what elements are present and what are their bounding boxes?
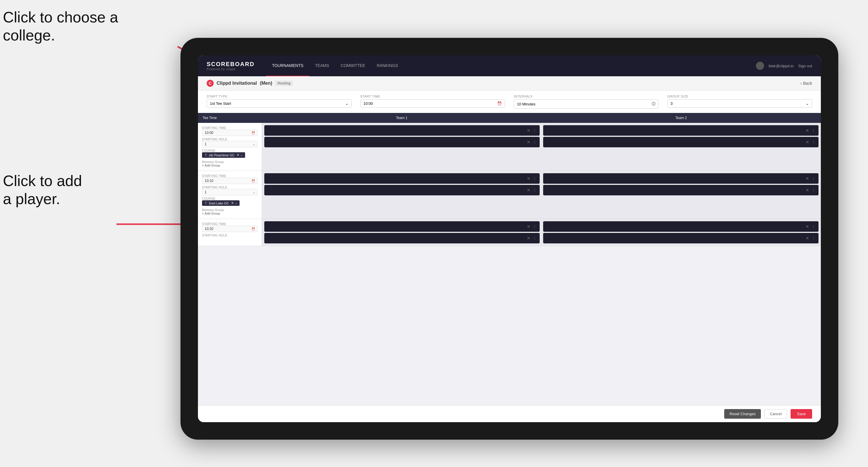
content-area[interactable]: STARTING TIME: 10:00 ⏰ STARTING HOLE: 1 … (198, 123, 821, 405)
course-badge-2[interactable]: 🏌 East Lake GC ✕ ⌄ (202, 200, 240, 206)
starting-hole-value-2[interactable]: 1 ⌄ (202, 189, 258, 195)
chevron-icon-2: ⌄ (253, 191, 255, 194)
clock-icon: ⏰ (497, 101, 502, 106)
slot-dots-icon-8[interactable]: ⋮ (811, 188, 816, 192)
team2-section-2: ✕ ⋮ ✕ ⋮ (543, 173, 818, 216)
group-2-left: STARTING TIME: 10:10 ⏰ STARTING HOLE: 1 … (198, 171, 262, 219)
starting-time-value-3[interactable]: 10:20 ⏰ (202, 226, 258, 232)
team2-section-3: ✕ ⋮ ✕ ⋮ (543, 221, 818, 243)
cancel-button[interactable]: Cancel (764, 409, 787, 419)
slot-x-icon-3[interactable]: ✕ (806, 128, 809, 133)
slot-x-icon[interactable]: ✕ (527, 128, 530, 133)
logo-area: SCOREBOARD Powered by clippd (207, 61, 254, 71)
slot-dots-icon-2[interactable]: ⋮ (533, 140, 537, 145)
add-group-2[interactable]: + Add Group (202, 212, 258, 215)
clock-icon-3: ⏰ (251, 227, 255, 230)
starting-hole-label-3: STARTING HOLE: (202, 234, 258, 237)
slot-x-icon-6[interactable]: ✕ (527, 188, 530, 192)
player-slot-2-1[interactable]: ✕ ⋮ (264, 173, 540, 184)
player-slot-2-4[interactable]: ✕ ⋮ (543, 185, 818, 195)
player-slot-1-4[interactable]: ✕ ⋮ (543, 137, 818, 147)
th-team2: Team 2 (541, 113, 821, 123)
starting-hole-value-1[interactable]: 1 ⌄ (202, 141, 258, 147)
bottom-bar: Reset Changes Cancel Save (198, 405, 821, 422)
nav-teams[interactable]: TEAMS (309, 55, 335, 76)
start-time-select[interactable]: 10:00 ⏰ (360, 99, 505, 108)
sign-out-link[interactable]: Sign out (798, 64, 812, 68)
reset-changes-button[interactable]: Reset Changes (724, 409, 761, 419)
annotation-1-line2: college. (3, 26, 118, 44)
slot-x-icon-2[interactable]: ✕ (527, 140, 530, 145)
user-email: blair@clippd.io (769, 64, 794, 68)
group-1-right: ✕ ⋮ ✕ ⋮ (262, 123, 821, 170)
player-slot-3-1[interactable]: ✕ ⋮ (264, 221, 540, 232)
slot-x-icon-5[interactable]: ✕ (527, 176, 530, 181)
slot-x-icon-10[interactable]: ✕ (527, 236, 530, 241)
info-icon: ⓘ (652, 101, 655, 106)
starting-time-value-1[interactable]: 10:00 ⏰ (202, 130, 258, 136)
team1-section-1: ✕ ⋮ ✕ ⋮ (264, 125, 540, 168)
hosting-badge: Hosting (275, 81, 293, 86)
tournament-title: C Clippd Invitational (Men) Hosting (207, 80, 293, 87)
slot-x-icon-8[interactable]: ✕ (806, 188, 809, 192)
slot-dots-icon-6[interactable]: ⋮ (533, 188, 537, 192)
intervals-group: Intervals 10 Minutes ⓘ (514, 95, 659, 108)
nav-committee[interactable]: COMMITTEE (335, 55, 371, 76)
group-3-left: STARTING TIME: 10:20 ⏰ STARTING HOLE: (198, 219, 262, 246)
course-badge-1[interactable]: 🏌 (A) Peachtree GC ✕ ⌄ (202, 152, 245, 158)
starting-time-value-2[interactable]: 10:10 ⏰ (202, 178, 258, 184)
close-icon-2[interactable]: ✕ (231, 201, 234, 205)
slot-x-icon-9[interactable]: ✕ (527, 224, 530, 229)
settings-row: Start Type 1st Tee Start ⌄ Start Time 10… (198, 91, 821, 113)
slot-dots-icon-11[interactable]: ⋮ (811, 224, 816, 229)
starting-time-label-3: STARTING TIME: (202, 222, 258, 226)
logo-subtitle: Powered by clippd (207, 67, 254, 71)
player-slot-1-3[interactable]: ✕ ⋮ (543, 125, 818, 136)
clock-icon-1: ⏰ (251, 131, 255, 134)
slot-dots-icon-9[interactable]: ⋮ (533, 224, 537, 229)
nav-tournaments[interactable]: TOURNAMENTS (266, 55, 309, 76)
starting-hole-label-1: STARTING HOLE: (202, 138, 258, 141)
add-group-1[interactable]: + Add Group (202, 164, 258, 167)
player-slot-2-3[interactable]: ✕ ⋮ (543, 173, 818, 184)
slot-x-icon-12[interactable]: ✕ (806, 236, 809, 241)
slot-x-icon-11[interactable]: ✕ (806, 224, 809, 229)
player-slot-3-4[interactable]: ✕ ⋮ (543, 233, 818, 243)
c-logo-icon: C (207, 80, 214, 87)
start-type-label: Start Type (207, 95, 352, 98)
intervals-select[interactable]: 10 Minutes ⓘ (514, 99, 659, 108)
slot-dots-icon-12[interactable]: ⋮ (811, 236, 816, 241)
chevron-icon-1: ⌄ (253, 143, 255, 146)
save-button[interactable]: Save (790, 409, 812, 419)
slot-dots-icon-3[interactable]: ⋮ (811, 128, 816, 133)
remove-group-2[interactable]: Remove Group (202, 208, 258, 212)
player-slot-1-2[interactable]: ✕ ⋮ (264, 137, 540, 147)
logo-title: SCOREBOARD (207, 61, 254, 67)
col-divider-2 (540, 173, 542, 216)
slot-x-icon-7[interactable]: ✕ (806, 176, 809, 181)
player-slot-3-2[interactable]: ✕ ⋮ (264, 233, 540, 243)
back-button[interactable]: ‹ Back (801, 81, 812, 86)
slot-dots-icon-5[interactable]: ⋮ (533, 176, 537, 181)
group-row-3: STARTING TIME: 10:20 ⏰ STARTING HOLE: ✕ … (198, 219, 821, 246)
player-slot-2-2[interactable]: ✕ ⋮ (264, 185, 540, 195)
slot-dots-icon-4[interactable]: ⋮ (811, 140, 816, 145)
close-icon-1[interactable]: ✕ (237, 153, 239, 157)
col-divider-3 (540, 221, 542, 243)
slot-dots-icon[interactable]: ⋮ (533, 128, 537, 133)
start-type-select[interactable]: 1st Tee Start ⌄ (207, 99, 352, 108)
player-slot-3-3[interactable]: ✕ ⋮ (543, 221, 818, 232)
group-size-group: Group Size 3 ⌄ (668, 95, 812, 108)
player-slot-1-1[interactable]: ✕ ⋮ (264, 125, 540, 136)
remove-group-1[interactable]: Remove Group (202, 160, 258, 164)
slot-dots-icon-7[interactable]: ⋮ (811, 176, 816, 181)
nav-rankings[interactable]: RANKINGS (371, 55, 404, 76)
slot-dots-icon-10[interactable]: ⋮ (533, 236, 537, 241)
slot-x-icon-4[interactable]: ✕ (806, 140, 809, 145)
team1-section-2: ✕ ⋮ ✕ ⋮ (264, 173, 540, 216)
annotation-2: Click to add a player. (3, 172, 82, 208)
tablet-frame: SCOREBOARD Powered by clippd TOURNAMENTS… (181, 38, 838, 440)
group-size-select[interactable]: 3 ⌄ (668, 99, 812, 108)
chevron-down-icon-2: ⌄ (806, 101, 809, 106)
tablet-screen: SCOREBOARD Powered by clippd TOURNAMENTS… (198, 55, 821, 422)
